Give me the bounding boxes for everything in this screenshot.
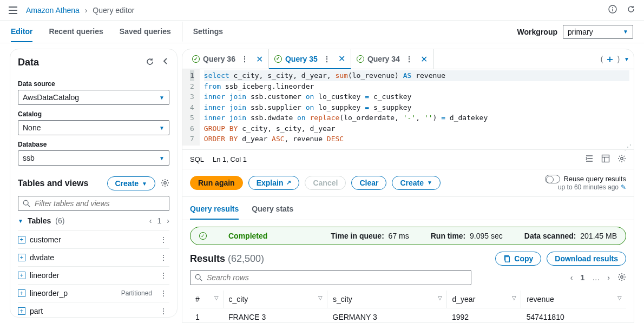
kebab-icon[interactable]: ⋮ [321, 55, 333, 63]
expand-icon[interactable]: + [18, 236, 25, 243]
editor-lang: SQL [190, 155, 204, 163]
topbar-actions [601, 5, 635, 15]
svg-rect-2 [612, 9, 613, 11]
catalog-select[interactable]: None ▼ [18, 120, 169, 135]
expand-icon[interactable]: + [18, 254, 25, 261]
code-content[interactable]: select c_city, s_city, d_year, sum(lo_re… [200, 69, 634, 146]
column-header[interactable]: revenue▽ [521, 291, 626, 308]
results-pagination: ‹ 1 … › [570, 273, 626, 283]
prev-page-icon[interactable]: ‹ [149, 216, 152, 225]
breadcrumb-service[interactable]: Amazon Athena [26, 6, 80, 15]
sql-editor[interactable]: 1234567 select c_city, s_city, d_year, s… [182, 69, 634, 146]
create-button[interactable]: Create ▼ [107, 176, 156, 190]
sort-icon[interactable]: ▽ [438, 295, 442, 301]
gear-icon[interactable] [161, 179, 169, 189]
refresh-icon[interactable] [619, 6, 635, 15]
reuse-results-toggle[interactable] [545, 175, 560, 183]
gear-icon[interactable] [617, 273, 626, 283]
gear-icon[interactable] [617, 154, 626, 164]
table-item[interactable]: +lineorder⋮ [18, 267, 169, 285]
kebab-icon[interactable]: ⋮ [239, 55, 251, 63]
table-item[interactable]: +customer⋮ [18, 231, 169, 249]
info-icon[interactable] [601, 6, 619, 15]
editor-cursor-pos: Ln 1, Col 1 [213, 155, 247, 163]
kebab-icon[interactable]: ⋮ [403, 55, 415, 63]
tab-menu-caret[interactable]: ▼ [624, 56, 629, 62]
copy-button[interactable]: Copy [495, 252, 541, 266]
create-dropdown-button[interactable]: Create ▼ [392, 176, 441, 190]
expand-icon[interactable]: + [18, 307, 25, 315]
sort-icon[interactable]: ▽ [512, 295, 516, 301]
query-tab[interactable]: ✓Query 36⋮✕ [187, 49, 269, 69]
tab-query-stats[interactable]: Query stats [252, 199, 293, 220]
close-icon[interactable]: ✕ [420, 54, 428, 64]
expand-icon[interactable]: + [18, 272, 25, 279]
copy-icon [503, 255, 511, 262]
close-icon[interactable]: ✕ [338, 54, 345, 64]
kebab-icon[interactable]: ⋮ [157, 271, 169, 280]
search-rows-input[interactable] [207, 273, 466, 282]
column-header[interactable]: d_year▽ [446, 291, 521, 308]
column-header[interactable]: s_city▽ [327, 291, 447, 308]
refresh-icon[interactable] [146, 57, 154, 68]
query-tab[interactable]: ✓Query 34⋮✕ [351, 49, 433, 69]
resize-handle-icon[interactable]: ⋰ [182, 146, 634, 149]
database-select[interactable]: ssb ▼ [18, 150, 169, 166]
table-cell: GERMANY 3 [327, 308, 447, 323]
query-tab[interactable]: ✓Query 35⋮✕ [269, 49, 351, 69]
tab-editor[interactable]: Editor [11, 22, 32, 42]
menu-icon[interactable] [9, 6, 17, 14]
add-tab-button[interactable]: ＋ [605, 52, 615, 65]
results-table: #▽c_city▽s_city▽d_year▽revenue▽ 1FRANCE … [190, 291, 626, 323]
column-header[interactable]: #▽ [190, 291, 223, 308]
format-icon[interactable] [585, 154, 594, 164]
table-cell: 1992 [446, 308, 521, 323]
tab-query-results[interactable]: Query results [190, 199, 239, 220]
svg-line-12 [200, 279, 202, 281]
page-ellipsis: … [592, 273, 600, 282]
reuse-results-label: Reuse query results [563, 175, 626, 183]
filter-tables-input[interactable] [35, 199, 165, 208]
prev-page-icon[interactable]: ‹ [570, 273, 573, 282]
table-item[interactable]: +dwdate⋮ [18, 249, 169, 267]
table-row[interactable]: 1FRANCE 3GERMANY 31992547411810 [190, 308, 626, 323]
svg-point-11 [195, 274, 200, 279]
tab-settings[interactable]: Settings [182, 22, 223, 42]
column-header[interactable]: c_city▽ [223, 291, 327, 308]
download-results-button[interactable]: Download results [547, 252, 626, 266]
edit-icon[interactable]: ✎ [621, 183, 626, 191]
kebab-icon[interactable]: ⋮ [157, 307, 169, 315]
create-label: Create [400, 179, 424, 187]
clear-button[interactable]: Clear [351, 176, 386, 190]
explain-button[interactable]: Explain ↗ [248, 176, 300, 190]
search-rows-box[interactable] [190, 270, 471, 285]
kebab-icon[interactable]: ⋮ [157, 253, 169, 262]
layout-icon[interactable] [601, 154, 610, 164]
expand-icon[interactable]: + [18, 289, 25, 297]
scanned-value: 201.45 MB [580, 232, 617, 240]
sort-icon[interactable]: ▽ [214, 295, 219, 301]
filter-tables-search[interactable] [18, 196, 169, 211]
results-title: Results [190, 253, 225, 264]
tab-saved-queries[interactable]: Saved queries [120, 22, 171, 42]
kebab-icon[interactable]: ⋮ [157, 289, 169, 298]
sort-icon[interactable]: ▽ [617, 295, 622, 301]
queue-label: Time in queue: [331, 232, 384, 240]
svg-line-5 [28, 205, 30, 207]
next-page-icon[interactable]: › [167, 216, 169, 225]
tab-recent-queries[interactable]: Recent queries [49, 22, 103, 42]
workgroup-select[interactable]: primary ▼ [563, 25, 633, 39]
collapse-icon[interactable] [162, 57, 169, 68]
query-tab-label: Query 36 [203, 55, 235, 63]
editor-status-bar: SQL Ln 1, Col 1 [182, 149, 634, 169]
sort-icon[interactable]: ▽ [318, 295, 323, 301]
data-source-select[interactable]: AwsDataCatalog ▼ [18, 90, 169, 105]
table-item[interactable]: +part⋮ [18, 302, 169, 318]
run-again-button[interactable]: Run again [190, 176, 243, 190]
table-item[interactable]: +lineorder_pPartitioned⋮ [18, 285, 169, 302]
kebab-icon[interactable]: ⋮ [157, 235, 169, 244]
next-page-icon[interactable]: › [607, 273, 610, 282]
queue-value: 67 ms [389, 232, 409, 240]
tables-tree-header[interactable]: ▼ Tables (6) ‹ 1 › [18, 211, 169, 231]
close-icon[interactable]: ✕ [256, 54, 263, 64]
